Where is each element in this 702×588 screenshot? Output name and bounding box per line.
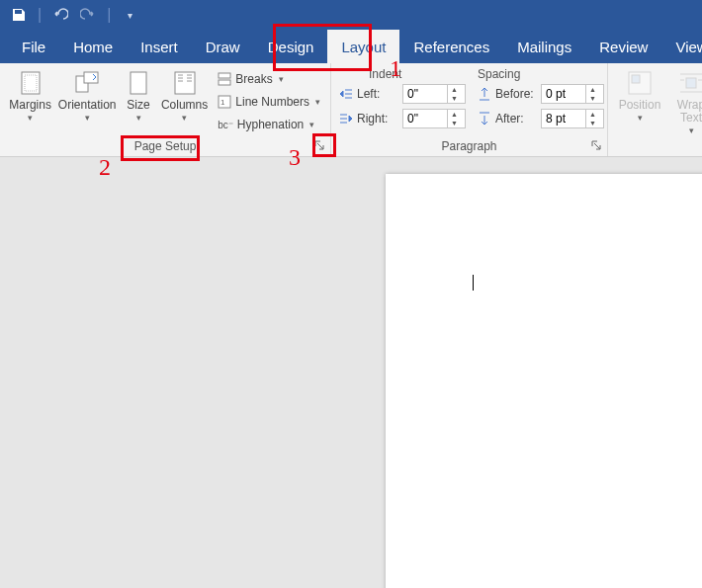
svg-text:1: 1 [220, 98, 225, 107]
tab-references[interactable]: References [399, 30, 503, 63]
spacing-before-value[interactable] [542, 87, 585, 101]
chevron-down-icon: ▾ [136, 114, 141, 122]
spin-down-icon[interactable]: ▼ [586, 119, 599, 127]
spin-down-icon[interactable]: ▼ [448, 119, 461, 127]
columns-button[interactable]: Columns ▾ [161, 69, 208, 122]
wrap-text-icon [677, 69, 702, 97]
size-icon [125, 69, 152, 97]
spin-up-icon[interactable]: ▲ [586, 85, 599, 94]
separator: | [38, 6, 42, 24]
indent-right-icon [339, 112, 353, 126]
svg-rect-12 [219, 73, 230, 78]
document-page[interactable] [386, 174, 702, 588]
chevron-down-icon: ▾ [638, 114, 643, 122]
size-label: Size [127, 99, 149, 112]
line-numbers-icon: 1 [218, 95, 231, 109]
after-label: After: [495, 112, 537, 126]
indent-heading: Indent [369, 67, 448, 81]
chevron-down-icon: ▾ [279, 74, 284, 84]
spacing-heading: Spacing [478, 67, 520, 81]
redo-icon[interactable] [77, 4, 99, 26]
text-cursor [473, 275, 474, 291]
chevron-down-icon: ▾ [689, 126, 694, 134]
svg-rect-18 [686, 78, 696, 88]
position-icon [626, 69, 654, 97]
ribbon: Margins ▾ Orientation ▾ Size ▾ [0, 63, 702, 157]
columns-icon [171, 69, 199, 97]
indent-left-icon [339, 87, 353, 101]
undo-icon[interactable] [49, 4, 71, 26]
left-label: Left: [357, 87, 398, 101]
tab-review[interactable]: Review [585, 30, 661, 63]
spin-up-icon[interactable]: ▲ [586, 110, 599, 119]
orientation-label: Orientation [58, 99, 117, 112]
margins-button[interactable]: Margins ▾ [6, 69, 54, 122]
tab-mailings[interactable]: Mailings [503, 30, 585, 63]
tab-layout[interactable]: Layout [327, 30, 399, 63]
group-label-paragraph: Paragraph [441, 139, 496, 153]
margins-label: Margins [9, 99, 51, 112]
svg-rect-17 [632, 75, 640, 83]
chevron-down-icon: ▾ [28, 114, 33, 122]
breaks-button[interactable]: Breaks ▾ [214, 69, 324, 89]
wrap-text-button: Wrap Text ▾ [669, 69, 702, 134]
group-page-setup: Margins ▾ Orientation ▾ Size ▾ [0, 63, 331, 156]
breaks-label: Breaks [235, 72, 272, 86]
hyphenation-icon: bc⁻ [218, 120, 233, 130]
chevron-down-icon: ▾ [309, 120, 314, 129]
chevron-down-icon: ▾ [182, 114, 187, 122]
paragraph-dialog-launcher[interactable] [589, 138, 603, 152]
line-numbers-label: Line Numbers [235, 95, 309, 109]
hyphenation-label: Hyphenation [237, 118, 304, 131]
spin-up-icon[interactable]: ▲ [448, 110, 461, 119]
group-arrange: Position ▾ Wrap Text ▾ [608, 63, 702, 156]
size-button[interactable]: Size ▾ [120, 69, 157, 122]
chevron-down-icon: ▾ [85, 114, 90, 122]
spin-down-icon[interactable]: ▼ [448, 94, 461, 103]
page-setup-small-stack: Breaks ▾ 1 Line Numbers ▾ bc⁻ Hyphenatio… [214, 69, 324, 134]
ribbon-tabs: File Home Insert Draw Design Layout Refe… [0, 30, 702, 63]
tab-file[interactable]: File [8, 30, 59, 63]
chevron-down-icon: ▾ [315, 97, 320, 107]
quick-access-toolbar: | | ▾ [0, 0, 702, 30]
group-label-page-setup: Page Setup [134, 139, 197, 153]
svg-rect-13 [219, 80, 230, 85]
tab-design[interactable]: Design [254, 30, 328, 63]
save-icon[interactable] [8, 4, 30, 26]
line-numbers-button[interactable]: 1 Line Numbers ▾ [214, 92, 324, 112]
right-label: Right: [357, 112, 398, 126]
margins-icon [17, 69, 44, 97]
page-setup-dialog-launcher[interactable] [312, 138, 326, 152]
spacing-before-input[interactable]: ▲▼ [541, 84, 604, 104]
tab-home[interactable]: Home [59, 30, 127, 63]
indent-left-value[interactable] [403, 87, 447, 101]
spin-up-icon[interactable]: ▲ [448, 85, 461, 94]
spacing-after-value[interactable] [542, 112, 585, 126]
separator: | [107, 6, 111, 24]
tab-draw[interactable]: Draw [192, 30, 254, 63]
group-paragraph: Indent Spacing Left: ▲▼ Right: [331, 63, 608, 156]
position-label: Position [619, 99, 661, 112]
spin-down-icon[interactable]: ▼ [586, 94, 599, 103]
position-button: Position ▾ [614, 69, 665, 122]
columns-label: Columns [161, 99, 208, 112]
hyphenation-button[interactable]: bc⁻ Hyphenation ▾ [214, 115, 324, 134]
orientation-icon [73, 69, 101, 97]
breaks-icon [218, 72, 231, 86]
before-label: Before: [495, 87, 537, 101]
tab-view[interactable]: View [661, 30, 702, 63]
indent-left-input[interactable]: ▲▼ [402, 84, 466, 104]
spacing-after-input[interactable]: ▲▼ [541, 109, 604, 128]
spacing-before-icon [478, 87, 491, 101]
orientation-button[interactable]: Orientation ▾ [58, 69, 116, 122]
tab-insert[interactable]: Insert [127, 30, 192, 63]
wrap-text-label: Wrap Text [669, 99, 702, 125]
customize-qat-icon[interactable]: ▾ [119, 4, 140, 26]
spacing-after-icon [478, 112, 491, 126]
svg-rect-4 [131, 72, 146, 94]
indent-right-input[interactable]: ▲▼ [402, 109, 466, 128]
indent-right-value[interactable] [403, 112, 447, 126]
